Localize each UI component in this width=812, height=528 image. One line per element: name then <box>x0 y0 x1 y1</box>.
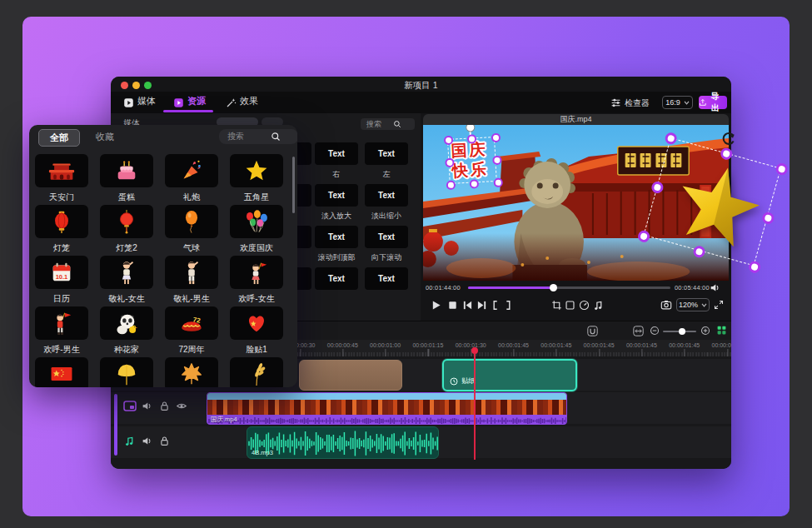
sticker-tile-lantern[interactable] <box>35 205 88 238</box>
text-preset-tile[interactable]: Text <box>315 226 358 248</box>
sticker-tile-panda[interactable] <box>100 306 153 340</box>
sticker-label: 灯笼2 <box>95 242 158 254</box>
selection-handle[interactable] <box>491 132 501 142</box>
selection-handle[interactable] <box>470 179 480 189</box>
overlay-clip-brown[interactable] <box>299 360 402 391</box>
tab-resources[interactable]: 资源 <box>187 95 206 107</box>
tab-effects[interactable]: 效果 <box>240 95 258 107</box>
sticker-tile-tiananmen[interactable] <box>35 154 88 187</box>
lock-track-icon[interactable] <box>159 401 170 411</box>
text-sticker-selection[interactable]: 国庆 快乐 <box>447 137 497 184</box>
mark-in-button[interactable] <box>492 300 498 311</box>
sticker-tile-salute-girl[interactable] <box>100 256 153 289</box>
stop-button[interactable] <box>447 300 458 311</box>
mark-out-button[interactable] <box>506 300 511 311</box>
text-preset-tile[interactable]: Text <box>365 267 408 290</box>
lock-audio-icon[interactable] <box>159 436 170 446</box>
sticker-tile-wheat[interactable] <box>230 357 283 387</box>
text-preset-tile[interactable]: Text <box>315 184 358 207</box>
sticker-tile-balloons[interactable] <box>230 205 283 238</box>
playhead-line[interactable] <box>474 354 476 460</box>
fullscreen-button[interactable] <box>714 300 724 310</box>
sticker-tile-cheer-boy[interactable] <box>35 306 88 340</box>
sticker-tile-cake-72[interactable]: 72 <box>165 306 218 340</box>
video-preview[interactable]: 国庆 快乐 <box>423 125 729 281</box>
snapshot-button[interactable] <box>660 299 672 311</box>
ruler-timestamp: 00:00:01:45 <box>702 342 731 348</box>
seek-bar[interactable] <box>468 286 670 289</box>
audio-clip[interactable]: 4B.mp3 <box>247 426 439 459</box>
text-preset-tile-partial[interactable] <box>297 226 311 248</box>
hide-track-icon[interactable] <box>176 401 187 411</box>
sticker-tile-cake[interactable] <box>100 154 153 187</box>
sticker-tile-maple-leaf[interactable] <box>165 357 218 387</box>
selection-handle[interactable] <box>446 180 456 190</box>
sticker-tile-party-popper[interactable] <box>165 154 218 187</box>
window-titlebar[interactable]: 新项目 1 <box>111 77 731 92</box>
sticker-search[interactable]: 搜索 <box>219 129 297 144</box>
text-preset-tile-partial[interactable] <box>297 267 311 290</box>
sticker-tile-lantern2[interactable] <box>100 205 153 238</box>
mute-audio-icon[interactable] <box>142 436 152 446</box>
text-panel-search[interactable]: 搜索 <box>361 118 415 130</box>
overlay-text-sticker[interactable]: 国庆 快乐 <box>451 139 489 181</box>
volume-icon[interactable] <box>710 282 720 293</box>
selection-handle[interactable] <box>467 134 477 144</box>
selection-handle[interactable] <box>445 157 455 167</box>
text-preset-tile-partial[interactable] <box>297 142 311 165</box>
sticker-tile-balloon[interactable] <box>165 205 218 238</box>
sticker-tile-gold-star[interactable] <box>230 154 283 187</box>
window-title: 新项目 1 <box>111 80 731 92</box>
mute-track-icon[interactable] <box>142 401 152 411</box>
selection-handle[interactable] <box>493 177 503 187</box>
track-height-icon[interactable] <box>716 325 727 336</box>
sticker-tile-ginkgo-leaf[interactable] <box>100 357 153 387</box>
timeline-scrollbar[interactable] <box>114 394 117 456</box>
text-preset-tile[interactable]: Text <box>315 267 358 290</box>
timeline-zoom-slider[interactable] <box>663 331 696 332</box>
text-preset-tile[interactable]: Text <box>365 142 408 165</box>
step-forward-button[interactable] <box>476 300 487 311</box>
crop-button[interactable] <box>551 300 562 311</box>
inspector-label[interactable]: 检查器 <box>625 97 650 109</box>
zoom-out-icon[interactable] <box>650 326 660 336</box>
canvas-button[interactable] <box>565 300 575 311</box>
seek-knob[interactable] <box>550 284 557 291</box>
sticker-label: 礼炮 <box>160 192 223 203</box>
audio-track-icon <box>124 436 135 446</box>
sticker-tile-cheer-girl[interactable] <box>230 256 283 289</box>
sticker-clip-selected[interactable]: 贴纸 <box>442 359 577 391</box>
inspector-icon[interactable] <box>610 97 621 108</box>
video-clip[interactable]: 国庆.mp4 <box>207 392 567 425</box>
resources-tab-icon <box>173 97 184 108</box>
step-back-button[interactable] <box>462 300 473 311</box>
text-preset-tile-partial[interactable] <box>297 184 311 207</box>
playhead-marker[interactable] <box>471 347 478 354</box>
export-button[interactable]: 导出 <box>699 96 727 109</box>
selection-handle[interactable] <box>443 135 453 145</box>
tab-media[interactable]: 媒体 <box>137 95 156 107</box>
sticker-panel-scrollbar[interactable] <box>292 157 295 213</box>
speed-button[interactable] <box>579 300 590 311</box>
sticker-label: 蛋糕 <box>95 192 158 203</box>
text-preset-tile[interactable]: Text <box>315 142 358 165</box>
play-button[interactable] <box>431 300 441 311</box>
selection-handle[interactable] <box>492 155 502 165</box>
sticker-tile-heart[interactable] <box>230 306 283 340</box>
preview-clip-title-text: 国庆.mp4 <box>560 114 591 125</box>
sticker-tile-salute-boy[interactable] <box>165 256 218 289</box>
timeline-zoom-knob[interactable] <box>679 328 685 335</box>
preview-pane: 国庆.mp4 <box>421 113 731 321</box>
sticker-tile-calendar[interactable]: 10.1 <box>35 256 88 289</box>
text-preset-tile[interactable]: Text <box>365 184 408 207</box>
snap-magnet-icon[interactable] <box>587 326 598 336</box>
preview-zoom-dropdown[interactable]: 120% <box>676 298 710 311</box>
sticker-tab-favorites[interactable]: 收藏 <box>85 129 125 145</box>
sticker-tab-all[interactable]: 全部 <box>38 129 80 147</box>
aspect-ratio-dropdown[interactable]: 16:9 <box>662 96 693 109</box>
zoom-in-icon[interactable] <box>700 326 710 336</box>
ripple-edit-icon[interactable] <box>633 326 644 336</box>
sticker-tile-china-flag[interactable] <box>35 357 88 387</box>
audio-button[interactable] <box>593 300 604 311</box>
text-preset-tile[interactable]: Text <box>365 226 408 248</box>
